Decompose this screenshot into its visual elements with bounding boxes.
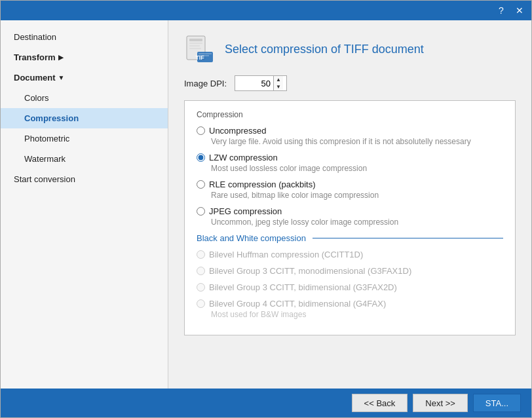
option-ccitt1d: Bilevel Huffman compression (CCITT1D) (197, 250, 503, 259)
sidebar-item-label: Colors (24, 93, 49, 103)
desc-lzw: Most used lossless color image compressi… (211, 164, 503, 173)
bw-section-label: Black and White compession (197, 233, 306, 243)
option-g4fax: Bilevel Group 4 CCITT, bidimensional (G4… (197, 299, 503, 319)
radio-g3fax2d[interactable] (197, 283, 205, 292)
back-button[interactable]: << Back (352, 394, 408, 412)
svg-rect-2 (189, 43, 202, 44)
label-jpeg[interactable]: JPEG compression (209, 206, 282, 216)
dpi-input-wrapper: ▲ ▼ (235, 75, 287, 91)
option-g3fax2d-row: Bilevel Group 3 CCITT, bidimensional (G3… (197, 282, 503, 292)
option-jpeg-row: JPEG compression (197, 206, 503, 216)
page-title: Select compression of TIFF document (225, 43, 424, 56)
sidebar-item-photometric[interactable]: Photometric (1, 128, 168, 149)
compression-box: Compression Uncompressed Very large file… (184, 100, 516, 335)
dpi-input[interactable] (235, 79, 273, 88)
footer: << Back Next >> STA... (1, 389, 531, 417)
label-ccitt1d[interactable]: Bilevel Huffman compression (CCITT1D) (209, 250, 363, 259)
title-bar: ? ✕ (1, 1, 531, 20)
next-button[interactable]: Next >> (413, 394, 468, 412)
option-jpeg: JPEG compression Uncommon, jpeg style lo… (197, 206, 503, 227)
dpi-spinners: ▲ ▼ (273, 76, 283, 90)
close-button[interactable]: ✕ (513, 4, 526, 17)
sidebar-item-transform[interactable]: Transform ▶ (1, 47, 168, 67)
radio-g3fax1d[interactable] (197, 267, 205, 275)
bw-divider-line (313, 238, 503, 238)
dpi-decrement-button[interactable]: ▼ (274, 83, 283, 90)
option-uncompressed-row: Uncompressed (197, 126, 503, 136)
transform-arrow-icon: ▶ (58, 54, 64, 61)
bw-section-divider: Black and White compession (197, 233, 503, 243)
help-button[interactable]: ? (495, 4, 508, 17)
radio-uncompressed[interactable] (197, 126, 205, 135)
radio-g4fax[interactable] (197, 299, 205, 308)
svg-rect-3 (189, 45, 200, 47)
radio-rle[interactable] (197, 180, 205, 189)
option-g3fax1d: Bilevel Group 3 CCITT, monodimensional (… (197, 266, 503, 276)
sidebar-item-colors[interactable]: Colors (1, 88, 168, 108)
desc-g4fax: Most used for B&W images (211, 310, 503, 319)
radio-ccitt1d[interactable] (197, 250, 205, 259)
sidebar-item-label: Photometric (24, 134, 69, 143)
option-g3fax2d: Bilevel Group 3 CCITT, bidimensional (G3… (197, 282, 503, 292)
label-g3fax2d[interactable]: Bilevel Group 3 CCITT, bidimensional (G3… (209, 282, 397, 292)
sidebar-item-destination[interactable]: Destination (1, 27, 168, 47)
label-lzw[interactable]: LZW compression (209, 153, 278, 162)
desc-uncompressed: Very large file. Avoid using this compre… (211, 137, 503, 146)
sidebar-item-label: Destination (14, 32, 56, 42)
tiff-icon: TIF (184, 33, 216, 65)
main-window: ? ✕ Destination Transform ▶ Document ▼ C… (0, 0, 532, 418)
content-area: TIF Select compression of TIFF document … (168, 20, 531, 389)
sidebar: Destination Transform ▶ Document ▼ Color… (1, 20, 168, 389)
label-g4fax[interactable]: Bilevel Group 4 CCITT, bidimensional (G4… (209, 299, 386, 309)
sidebar-item-label: Transform (14, 52, 56, 62)
desc-rle: Rare used, bitmap like color image compr… (211, 191, 503, 200)
sidebar-item-document[interactable]: Document ▼ (1, 67, 168, 88)
radio-lzw[interactable] (197, 153, 205, 162)
page-header: TIF Select compression of TIFF document (184, 33, 516, 65)
svg-rect-1 (189, 39, 202, 41)
desc-jpeg: Uncommon, jpeg style lossy color image c… (211, 218, 503, 227)
dpi-row: Image DPI: ▲ ▼ (184, 75, 516, 91)
sidebar-item-label: Start conversion (14, 174, 75, 184)
option-uncompressed: Uncompressed Very large file. Avoid usin… (197, 126, 503, 146)
option-rle-row: RLE compression (packbits) (197, 180, 503, 189)
option-g4fax-row: Bilevel Group 4 CCITT, bidimensional (G4… (197, 299, 503, 309)
label-g3fax1d[interactable]: Bilevel Group 3 CCITT, monodimensional (… (209, 266, 411, 276)
dpi-label: Image DPI: (184, 79, 227, 88)
option-lzw: LZW compression Most used lossless color… (197, 153, 503, 173)
radio-jpeg[interactable] (197, 207, 205, 216)
option-rle: RLE compression (packbits) Rare used, bi… (197, 180, 503, 200)
sidebar-item-watermark[interactable]: Watermark (1, 149, 168, 169)
sidebar-item-label: Compression (24, 113, 79, 123)
sidebar-item-label: Document (14, 73, 56, 83)
sidebar-item-compression[interactable]: Compression (1, 108, 168, 128)
start-button[interactable]: STA... (473, 394, 521, 412)
label-uncompressed[interactable]: Uncompressed (209, 126, 266, 136)
main-content: Destination Transform ▶ Document ▼ Color… (1, 20, 531, 389)
compression-section-label: Compression (197, 110, 503, 119)
option-ccitt1d-row: Bilevel Huffman compression (CCITT1D) (197, 250, 503, 259)
svg-rect-4 (189, 48, 201, 49)
sidebar-item-start-conversion[interactable]: Start conversion (1, 169, 168, 189)
dpi-increment-button[interactable]: ▲ (274, 76, 283, 83)
document-arrow-icon: ▼ (58, 74, 65, 81)
label-rle[interactable]: RLE compression (packbits) (209, 180, 316, 189)
option-g3fax1d-row: Bilevel Group 3 CCITT, monodimensional (… (197, 266, 503, 276)
option-lzw-row: LZW compression (197, 153, 503, 162)
sidebar-item-label: Watermark (24, 154, 66, 164)
